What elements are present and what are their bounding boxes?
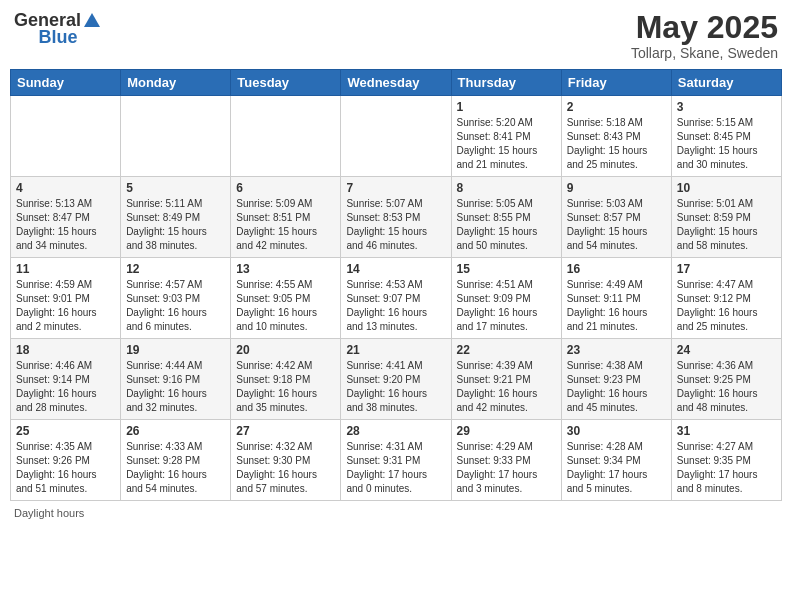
- table-row: [231, 96, 341, 177]
- table-row: 21Sunrise: 4:41 AM Sunset: 9:20 PM Dayli…: [341, 339, 451, 420]
- header-saturday: Saturday: [671, 70, 781, 96]
- calendar-header-row: Sunday Monday Tuesday Wednesday Thursday…: [11, 70, 782, 96]
- day-info: Sunrise: 4:31 AM Sunset: 9:31 PM Dayligh…: [346, 440, 445, 496]
- table-row: 20Sunrise: 4:42 AM Sunset: 9:18 PM Dayli…: [231, 339, 341, 420]
- title-block: May 2025 Tollarp, Skane, Sweden: [631, 10, 778, 61]
- day-info: Sunrise: 5:13 AM Sunset: 8:47 PM Dayligh…: [16, 197, 115, 253]
- day-number: 17: [677, 262, 776, 276]
- calendar-week-4: 18Sunrise: 4:46 AM Sunset: 9:14 PM Dayli…: [11, 339, 782, 420]
- logo-blue-text: Blue: [39, 27, 78, 48]
- day-info: Sunrise: 5:09 AM Sunset: 8:51 PM Dayligh…: [236, 197, 335, 253]
- day-info: Sunrise: 4:36 AM Sunset: 9:25 PM Dayligh…: [677, 359, 776, 415]
- day-info: Sunrise: 5:15 AM Sunset: 8:45 PM Dayligh…: [677, 116, 776, 172]
- day-info: Sunrise: 4:44 AM Sunset: 9:16 PM Dayligh…: [126, 359, 225, 415]
- calendar-week-1: 1Sunrise: 5:20 AM Sunset: 8:41 PM Daylig…: [11, 96, 782, 177]
- day-number: 13: [236, 262, 335, 276]
- table-row: 7Sunrise: 5:07 AM Sunset: 8:53 PM Daylig…: [341, 177, 451, 258]
- day-number: 29: [457, 424, 556, 438]
- day-number: 1: [457, 100, 556, 114]
- day-number: 9: [567, 181, 666, 195]
- location-subtitle: Tollarp, Skane, Sweden: [631, 45, 778, 61]
- calendar-week-2: 4Sunrise: 5:13 AM Sunset: 8:47 PM Daylig…: [11, 177, 782, 258]
- day-info: Sunrise: 4:28 AM Sunset: 9:34 PM Dayligh…: [567, 440, 666, 496]
- day-info: Sunrise: 4:47 AM Sunset: 9:12 PM Dayligh…: [677, 278, 776, 334]
- day-number: 7: [346, 181, 445, 195]
- day-number: 8: [457, 181, 556, 195]
- table-row: 27Sunrise: 4:32 AM Sunset: 9:30 PM Dayli…: [231, 420, 341, 501]
- day-number: 2: [567, 100, 666, 114]
- day-number: 31: [677, 424, 776, 438]
- day-info: Sunrise: 4:38 AM Sunset: 9:23 PM Dayligh…: [567, 359, 666, 415]
- day-number: 21: [346, 343, 445, 357]
- day-info: Sunrise: 5:11 AM Sunset: 8:49 PM Dayligh…: [126, 197, 225, 253]
- day-info: Sunrise: 5:07 AM Sunset: 8:53 PM Dayligh…: [346, 197, 445, 253]
- table-row: 28Sunrise: 4:31 AM Sunset: 9:31 PM Dayli…: [341, 420, 451, 501]
- table-row: 16Sunrise: 4:49 AM Sunset: 9:11 PM Dayli…: [561, 258, 671, 339]
- table-row: [11, 96, 121, 177]
- day-number: 24: [677, 343, 776, 357]
- header-tuesday: Tuesday: [231, 70, 341, 96]
- day-number: 12: [126, 262, 225, 276]
- day-number: 26: [126, 424, 225, 438]
- logo-icon: [82, 11, 102, 31]
- table-row: 11Sunrise: 4:59 AM Sunset: 9:01 PM Dayli…: [11, 258, 121, 339]
- table-row: 4Sunrise: 5:13 AM Sunset: 8:47 PM Daylig…: [11, 177, 121, 258]
- page-header: General Blue May 2025 Tollarp, Skane, Sw…: [10, 10, 782, 61]
- table-row: 25Sunrise: 4:35 AM Sunset: 9:26 PM Dayli…: [11, 420, 121, 501]
- day-info: Sunrise: 5:05 AM Sunset: 8:55 PM Dayligh…: [457, 197, 556, 253]
- day-number: 6: [236, 181, 335, 195]
- table-row: 12Sunrise: 4:57 AM Sunset: 9:03 PM Dayli…: [121, 258, 231, 339]
- table-row: 3Sunrise: 5:15 AM Sunset: 8:45 PM Daylig…: [671, 96, 781, 177]
- header-sunday: Sunday: [11, 70, 121, 96]
- table-row: 2Sunrise: 5:18 AM Sunset: 8:43 PM Daylig…: [561, 96, 671, 177]
- table-row: 14Sunrise: 4:53 AM Sunset: 9:07 PM Dayli…: [341, 258, 451, 339]
- table-row: 23Sunrise: 4:38 AM Sunset: 9:23 PM Dayli…: [561, 339, 671, 420]
- day-info: Sunrise: 4:32 AM Sunset: 9:30 PM Dayligh…: [236, 440, 335, 496]
- day-info: Sunrise: 4:59 AM Sunset: 9:01 PM Dayligh…: [16, 278, 115, 334]
- day-number: 30: [567, 424, 666, 438]
- table-row: 22Sunrise: 4:39 AM Sunset: 9:21 PM Dayli…: [451, 339, 561, 420]
- day-info: Sunrise: 4:49 AM Sunset: 9:11 PM Dayligh…: [567, 278, 666, 334]
- day-number: 11: [16, 262, 115, 276]
- table-row: 19Sunrise: 4:44 AM Sunset: 9:16 PM Dayli…: [121, 339, 231, 420]
- table-row: 17Sunrise: 4:47 AM Sunset: 9:12 PM Dayli…: [671, 258, 781, 339]
- day-info: Sunrise: 4:51 AM Sunset: 9:09 PM Dayligh…: [457, 278, 556, 334]
- day-info: Sunrise: 4:46 AM Sunset: 9:14 PM Dayligh…: [16, 359, 115, 415]
- table-row: 6Sunrise: 5:09 AM Sunset: 8:51 PM Daylig…: [231, 177, 341, 258]
- day-info: Sunrise: 5:01 AM Sunset: 8:59 PM Dayligh…: [677, 197, 776, 253]
- day-number: 5: [126, 181, 225, 195]
- day-number: 10: [677, 181, 776, 195]
- footer-note: Daylight hours: [10, 507, 782, 519]
- table-row: 31Sunrise: 4:27 AM Sunset: 9:35 PM Dayli…: [671, 420, 781, 501]
- day-info: Sunrise: 4:57 AM Sunset: 9:03 PM Dayligh…: [126, 278, 225, 334]
- day-number: 23: [567, 343, 666, 357]
- day-number: 16: [567, 262, 666, 276]
- day-info: Sunrise: 4:39 AM Sunset: 9:21 PM Dayligh…: [457, 359, 556, 415]
- day-number: 14: [346, 262, 445, 276]
- day-number: 20: [236, 343, 335, 357]
- table-row: 10Sunrise: 5:01 AM Sunset: 8:59 PM Dayli…: [671, 177, 781, 258]
- day-number: 25: [16, 424, 115, 438]
- day-info: Sunrise: 5:18 AM Sunset: 8:43 PM Dayligh…: [567, 116, 666, 172]
- day-number: 22: [457, 343, 556, 357]
- header-thursday: Thursday: [451, 70, 561, 96]
- day-info: Sunrise: 5:03 AM Sunset: 8:57 PM Dayligh…: [567, 197, 666, 253]
- header-friday: Friday: [561, 70, 671, 96]
- day-info: Sunrise: 4:35 AM Sunset: 9:26 PM Dayligh…: [16, 440, 115, 496]
- svg-marker-0: [84, 13, 100, 27]
- table-row: 29Sunrise: 4:29 AM Sunset: 9:33 PM Dayli…: [451, 420, 561, 501]
- table-row: 26Sunrise: 4:33 AM Sunset: 9:28 PM Dayli…: [121, 420, 231, 501]
- table-row: 13Sunrise: 4:55 AM Sunset: 9:05 PM Dayli…: [231, 258, 341, 339]
- day-number: 28: [346, 424, 445, 438]
- day-info: Sunrise: 5:20 AM Sunset: 8:41 PM Dayligh…: [457, 116, 556, 172]
- day-number: 4: [16, 181, 115, 195]
- day-number: 18: [16, 343, 115, 357]
- day-number: 3: [677, 100, 776, 114]
- table-row: 18Sunrise: 4:46 AM Sunset: 9:14 PM Dayli…: [11, 339, 121, 420]
- day-info: Sunrise: 4:55 AM Sunset: 9:05 PM Dayligh…: [236, 278, 335, 334]
- day-number: 27: [236, 424, 335, 438]
- header-monday: Monday: [121, 70, 231, 96]
- day-number: 19: [126, 343, 225, 357]
- table-row: 15Sunrise: 4:51 AM Sunset: 9:09 PM Dayli…: [451, 258, 561, 339]
- calendar-week-5: 25Sunrise: 4:35 AM Sunset: 9:26 PM Dayli…: [11, 420, 782, 501]
